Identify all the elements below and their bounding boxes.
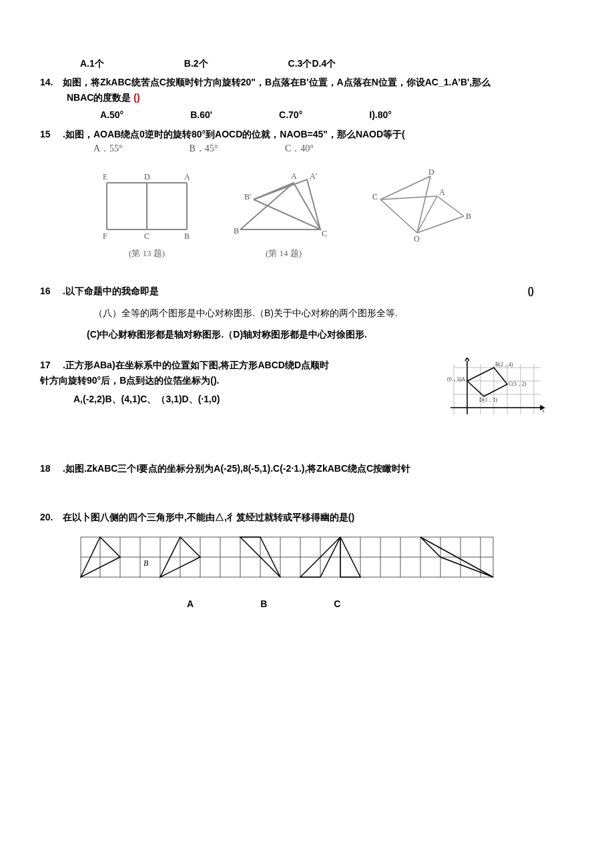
q20-lab-b: B [260, 596, 267, 611]
fig15-svg: D A C B O [367, 169, 474, 243]
svg-line-5 [254, 183, 294, 199]
fig15-O: O [414, 234, 420, 243]
q17-num: 17 [40, 358, 59, 372]
q17-A: (0，3)A [447, 376, 465, 382]
fig13-D: D [144, 172, 150, 181]
fig15-B: B [466, 211, 471, 221]
fig15-C: C [372, 192, 378, 201]
q15-opt-a: A．55° [93, 141, 187, 156]
fig14-Ap: A′ [310, 171, 318, 181]
q13-opt-a: A.1个 [80, 56, 104, 71]
q17-B: B(2，4) [495, 362, 513, 368]
fig14-C: C [322, 229, 327, 238]
fig14-Bp: B′ [244, 192, 252, 201]
figures-row: E D A F C B (第 13 题) A A′ B′ B C [93, 169, 574, 261]
fig13-F: F [103, 232, 107, 241]
q16-line3: (C)中心财称图形都是轴对称图形.（D)轴对称图形都是中心对徐图形. [87, 327, 574, 342]
q17-figure: y x B(2，4) (0，3)A C(3，2) D(1，1) [447, 358, 547, 421]
fig13-B: B [184, 232, 190, 241]
q14-text2-row: NBAC的度数是 () [67, 90, 574, 105]
q15-num: 15 [40, 127, 59, 141]
q13-options-row: A.1个 B.2个 C.3个D.4个 [80, 56, 574, 71]
q18-text: .如图.ZkABC三个I要点的坐标分别为A(-25),8(-5,1).C(-2·… [63, 461, 574, 476]
q17-text2: 针方向旋转90°后，B点到达的位箔坐标为(). [40, 373, 447, 388]
q16: 16 .以下命题中的我命即是 () [40, 284, 574, 298]
fig15-D: D [428, 169, 434, 177]
q14-opt-d: I).80° [369, 107, 392, 122]
fig15-A: A [439, 187, 445, 197]
q17-opts: A,(-2,2)B、(4,1)C、（3,1)D、(·1,0) [73, 392, 447, 406]
q17-y: y [466, 359, 469, 365]
q16-num: 16 [40, 284, 59, 298]
q15-opt-c: C．40° [285, 141, 378, 156]
q17-C: C(3，2) [509, 381, 527, 387]
q15: 15 .如图，AOAB绕点0逆时的旋转80°到AOCD的位就，NAOB=45"，… [40, 127, 574, 141]
q14-text2: NBAC的度数是 [67, 92, 131, 103]
q17-x: x [542, 408, 545, 414]
fig14-label: (第 14 题) [227, 247, 340, 261]
fig13-svg: E D A F C B [93, 169, 200, 243]
q13-opt-cd: C.3个D.4个 [288, 56, 336, 71]
q17-D: D(1，1) [479, 397, 497, 403]
q15-text: .如图，AOAB绕点0逆时的旋转80°到AOCD的位就，NAOB=45"，那么N… [63, 127, 574, 141]
q17-text1: .正方形ABa)在坐标系中的位置如下图,将正方形ABCD绕D点顺时 [63, 358, 447, 372]
q17-svg: y x B(2，4) (0，3)A C(3，2) D(1，1) [447, 358, 547, 421]
fig14-B: B [234, 226, 239, 236]
svg-line-8 [437, 196, 464, 216]
fig14-A: A [291, 171, 297, 181]
q16-text: .以下命题中的我命即是 [63, 284, 528, 298]
q14-text1: 如图，将ZkABC统苦点C按顺时针方向旋转20"，B点落在B'位置，A点落在N位… [63, 75, 574, 89]
figure-15: D A C B O [367, 169, 474, 261]
fig15-label-empty [367, 247, 474, 261]
svg-line-7 [380, 196, 437, 199]
fig13-E: E [103, 172, 107, 181]
figure-13: E D A F C B (第 13 题) [93, 169, 200, 261]
q20-lab-c: C [334, 596, 340, 611]
q20-figure: B A B C [80, 536, 574, 611]
q15-options: A．55° B．45° C．40° [93, 141, 574, 156]
q20-svg: B [80, 536, 494, 596]
q14-options: A.50° B.60' C.70° I).80° [100, 107, 574, 122]
q18-num: 18 [40, 461, 59, 476]
q20-num: 20. [40, 510, 59, 524]
q13-opt-b: B.2个 [184, 56, 208, 71]
svg-line-6 [380, 176, 430, 199]
q14-opt-c: C.70° [279, 107, 302, 122]
q20: 20. 在以卜图八侧的四个三角形中,不能由△,彳笈经过就转或平移得幽的是() [40, 510, 574, 524]
fig13-C: C [144, 232, 149, 241]
q17: 17 .正方形ABa)在坐标系中的位置如下图,将正方形ABCD绕D点顺时 针方向… [40, 358, 574, 421]
q14: 14. 如图，将ZkABC统苦点C按顺时针方向旋转20"，B点落在B'位置，A点… [40, 75, 574, 89]
q14-opt-a: A.50° [100, 107, 123, 122]
q14-paren: () [133, 92, 139, 103]
q18: 18 .如图.ZkABC三个I要点的坐标分别为A(-25),8(-5,1).C(… [40, 461, 574, 476]
q14-num: 14. [40, 75, 59, 89]
q20-B-letter: B [143, 558, 149, 568]
q16-paren: () [528, 284, 534, 298]
fig13-A: A [184, 172, 190, 181]
q20-labels: A B C [187, 596, 574, 611]
q20-lab-a: A [187, 596, 194, 611]
q14-opt-b: B.60' [190, 107, 212, 122]
q20-text: 在以卜图八侧的四个三角形中,不能由△,彳笈经过就转或平移得幽的是() [63, 510, 574, 524]
fig14-svg: A A′ B′ B C [227, 169, 340, 243]
q16-line2: （八）全等的两个图形是中心对称图形.（B)关于中心对称的两个图形全等. [93, 306, 574, 320]
figure-14: A A′ B′ B C (第 14 题) [227, 169, 340, 261]
fig13-label: (第 13 题) [93, 247, 200, 261]
q15-opt-b: B．45° [190, 141, 283, 156]
svg-marker-22 [467, 368, 507, 396]
